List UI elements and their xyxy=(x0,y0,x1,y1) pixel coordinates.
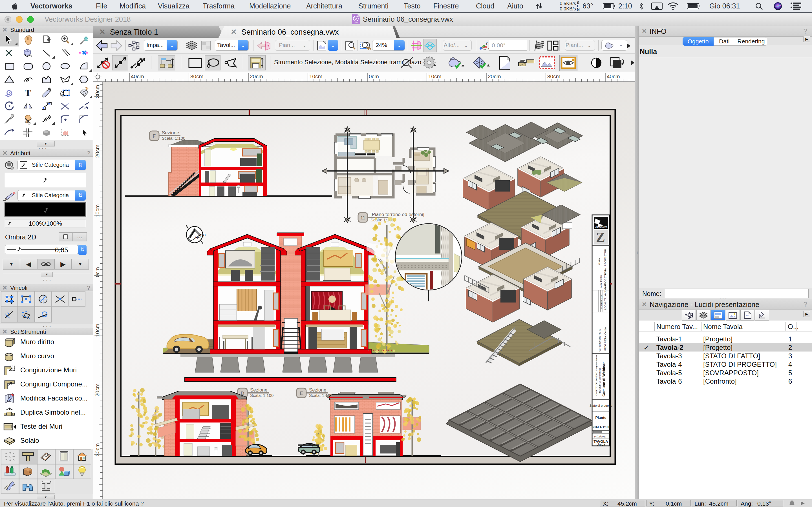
svg-text:20cm: 20cm xyxy=(488,73,501,79)
svg-text:[Piano terreno ed esterni]: [Piano terreno ed esterni] xyxy=(370,212,424,217)
svg-text:Arch. DalBox: Arch. DalBox xyxy=(600,275,602,288)
svg-text:30cm: 30cm xyxy=(94,443,100,456)
svg-text:20cm: 20cm xyxy=(250,73,263,79)
svg-text:0cm: 0cm xyxy=(94,267,100,277)
svg-text:11: 11 xyxy=(360,215,365,221)
svg-text:Sezione: Sezione xyxy=(162,130,179,135)
svg-text:PROPRIETARI: PROPRIETARI xyxy=(604,249,607,266)
svg-text:PROPRIETÀ: Contini: PROPRIETÀ: Contini xyxy=(604,327,607,351)
svg-text:10cm: 10cm xyxy=(94,324,100,337)
svg-text:PROGETTO: Seminario06: PROGETTO: Seminario06 xyxy=(599,368,601,394)
svg-text:E: E xyxy=(300,391,303,396)
svg-text:VideoCOM: VideoCOM xyxy=(595,225,607,228)
svg-text:LOCALITÀ: Vectorlandia: LOCALITÀ: Vectorlandia xyxy=(604,282,607,310)
svg-text:10cm: 10cm xyxy=(309,73,322,79)
svg-text:Comune di Webinar: Comune di Webinar xyxy=(602,362,606,397)
svg-text:0cm: 0cm xyxy=(369,73,379,79)
svg-text:30cm: 30cm xyxy=(190,73,203,79)
svg-text:40cm: 40cm xyxy=(131,73,144,79)
svg-text:SCALA 1:100: SCALA 1:100 xyxy=(592,425,610,429)
svg-text:OGGETTO DEL DISEGNO: Progetto: OGGETTO DEL DISEGNO: Progetto esistente xyxy=(596,355,598,395)
svg-text:V: V xyxy=(354,16,357,21)
svg-text:C2F5C2B9BOB74B4G: C2F5C2B9BOB74B4G xyxy=(599,329,601,351)
svg-text:Scala: 1:100: Scala: 1:100 xyxy=(250,393,273,398)
svg-text:30cm: 30cm xyxy=(94,85,100,98)
svg-text:20cm: 20cm xyxy=(94,145,100,158)
svg-text:30cm: 30cm xyxy=(547,73,560,79)
svg-text:20cm: 20cm xyxy=(94,384,100,397)
svg-text:Stato di progetto: Stato di progetto xyxy=(590,404,612,407)
svg-text:Scala: 1:100: Scala: 1:100 xyxy=(162,136,185,140)
svg-text:40cm: 40cm xyxy=(607,73,620,79)
svg-text:T: T xyxy=(25,88,31,98)
svg-text:y: y xyxy=(486,41,488,45)
svg-text:Z: Z xyxy=(596,230,605,244)
svg-text:F: F xyxy=(153,133,156,139)
svg-text:Sezione: Sezione xyxy=(250,387,267,393)
svg-text:Piante: Piante xyxy=(595,415,606,420)
svg-text:Unica: Unica xyxy=(597,443,605,446)
svg-text:10cm: 10cm xyxy=(428,73,441,79)
svg-text:VWX: VWX xyxy=(354,22,358,24)
svg-text:Sezione: Sezione xyxy=(309,387,326,393)
svg-text:Contini: Contini xyxy=(598,258,601,265)
svg-text:14/12/2017: 14/12/2017 xyxy=(594,435,606,438)
svg-text:10cm: 10cm xyxy=(94,205,100,217)
